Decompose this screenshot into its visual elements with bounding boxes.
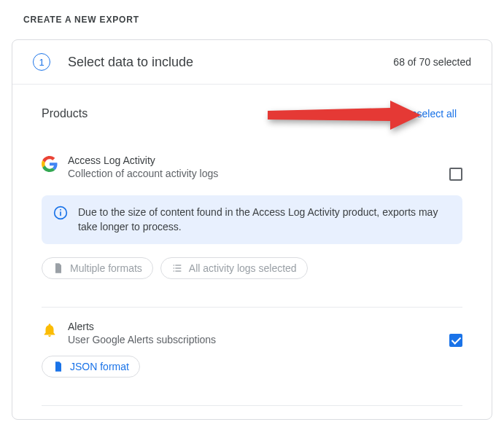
bell-icon xyxy=(42,322,58,338)
list-icon xyxy=(171,262,183,274)
file-icon xyxy=(53,361,64,372)
svg-rect-9 xyxy=(175,271,181,272)
info-text: Due to the size of content found in the … xyxy=(78,206,451,234)
step-left: 1 Select data to include xyxy=(33,53,193,71)
file-icon xyxy=(53,262,64,274)
json-format-chip[interactable]: JSON format xyxy=(42,356,140,378)
svg-rect-5 xyxy=(175,265,181,266)
step-title: Select data to include xyxy=(68,55,193,70)
svg-rect-8 xyxy=(173,271,174,272)
svg-rect-6 xyxy=(173,268,174,269)
svg-rect-7 xyxy=(175,268,181,269)
divider xyxy=(42,307,462,308)
product-checkbox-access-log[interactable] xyxy=(449,168,462,181)
products-label: Products xyxy=(42,107,88,120)
step-header[interactable]: 1 Select data to include 68 of 70 select… xyxy=(12,40,492,85)
google-icon xyxy=(42,156,58,172)
product-title: Alerts xyxy=(68,321,433,332)
chip-label: JSON format xyxy=(70,361,129,372)
svg-rect-2 xyxy=(60,211,61,216)
product-text: Alerts User Google Alerts subscriptions xyxy=(68,321,433,345)
divider xyxy=(42,405,462,406)
product-checkbox-alerts[interactable] xyxy=(449,334,462,347)
info-icon xyxy=(53,206,68,220)
selection-count: 68 of 70 selected xyxy=(393,56,471,68)
step-number-badge: 1 xyxy=(33,53,50,71)
svg-rect-4 xyxy=(173,265,174,266)
chip-row: Multiple formats All activity logs selec… xyxy=(42,257,462,279)
product-alerts: Alerts User Google Alerts subscriptions … xyxy=(42,321,462,405)
product-title: Access Log Activity xyxy=(68,155,433,166)
formats-chip[interactable]: Multiple formats xyxy=(42,257,153,279)
chip-label: All activity logs selected xyxy=(189,262,297,274)
step-body: Products Deselect all Access Log Activit… xyxy=(12,85,492,406)
product-description: Collection of account activity logs xyxy=(68,168,433,179)
deselect-all-button[interactable]: Deselect all xyxy=(398,105,462,122)
product-access-log: Access Log Activity Collection of accoun… xyxy=(42,155,462,307)
chip-row: JSON format xyxy=(42,356,462,378)
products-header-row: Products Deselect all xyxy=(42,105,462,122)
page-title: CREATE A NEW EXPORT xyxy=(0,0,504,39)
svg-rect-3 xyxy=(60,209,61,211)
product-header: Alerts User Google Alerts subscriptions xyxy=(42,321,462,345)
product-text: Access Log Activity Collection of accoun… xyxy=(68,155,433,179)
info-banner: Due to the size of content found in the … xyxy=(42,195,462,244)
product-description: User Google Alerts subscriptions xyxy=(68,334,433,345)
chip-label: Multiple formats xyxy=(70,262,142,274)
product-header: Access Log Activity Collection of accoun… xyxy=(42,155,462,179)
export-card: 1 Select data to include 68 of 70 select… xyxy=(12,39,492,420)
scope-chip[interactable]: All activity logs selected xyxy=(160,257,308,279)
